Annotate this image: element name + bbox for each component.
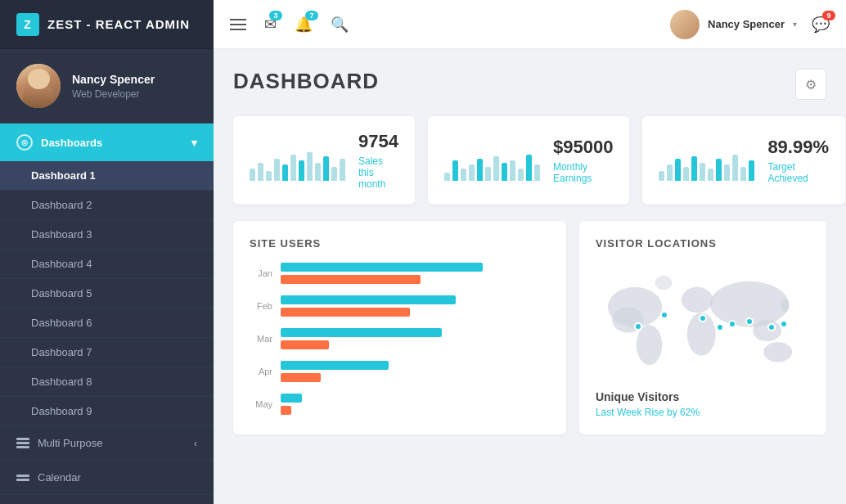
sidebar-logo: Z ZEST - REACT ADMIN xyxy=(0,0,214,49)
site-users-card: SITE USERS Jan Feb xyxy=(233,221,566,434)
sidebar-item-dashboard7[interactable]: Dashboard 7 xyxy=(0,338,214,367)
bar-row-apr: Apr xyxy=(250,361,550,382)
target-value: 89.99% xyxy=(767,137,829,158)
world-map xyxy=(596,263,810,377)
lower-section: SITE USERS Jan Feb xyxy=(233,221,826,434)
earnings-value: $95000 xyxy=(553,137,613,158)
search-button[interactable]: 🔍 xyxy=(331,16,349,34)
svg-point-6 xyxy=(753,320,781,341)
sidebar-user-profile: Nancy Spencer Web Developer xyxy=(0,49,214,124)
sidebar-user-name: Nancy Spencer xyxy=(72,73,155,86)
page-title: DASHBOARD xyxy=(233,69,379,94)
gear-icon: ⚙ xyxy=(805,77,817,92)
user-name-top: Nancy Spencer xyxy=(708,18,785,30)
nav-group-dashboards[interactable]: ◎ Dashboards ▾ xyxy=(0,124,214,161)
topbar: ✉ 3 🔔 7 🔍 Nancy Spencer ▾ 💬 9 xyxy=(214,0,846,49)
sidebar-item-dashboard2[interactable]: Dashboard 2 xyxy=(0,191,214,220)
sidebar-item-dashboard5[interactable]: Dashboard 5 xyxy=(0,279,214,308)
sales-value: 9754 xyxy=(358,131,398,152)
svg-point-7 xyxy=(763,342,792,362)
stat-card-sales: 9754 Sales this month xyxy=(233,116,415,205)
unique-visitors-sub: Last Week Rise by 62% xyxy=(596,407,810,418)
user-avatar-top xyxy=(670,10,700,39)
visitor-locations-card: VISITOR LOCATIONS xyxy=(579,221,826,434)
target-chart xyxy=(659,140,754,181)
stat-cards: 9754 Sales this month xyxy=(233,116,826,205)
earnings-chart xyxy=(444,140,540,181)
user-menu-chevron: ▾ xyxy=(793,20,797,29)
logo-icon: Z xyxy=(16,13,39,36)
visitor-locations-title: VISITOR LOCATIONS xyxy=(596,237,810,250)
nav-group-multipurpose-label: Multi Purpose xyxy=(38,437,102,449)
nav-group-calendar[interactable]: Calendar xyxy=(0,461,214,495)
svg-point-8 xyxy=(655,276,672,290)
chevron-left-icon: ‹ xyxy=(194,437,197,449)
multipurpose-icon xyxy=(16,438,29,448)
sales-label: Sales this month xyxy=(358,155,398,190)
hamburger-button[interactable] xyxy=(230,19,246,30)
notifications-button[interactable]: 🔔 7 xyxy=(295,16,313,34)
email-badge: 3 xyxy=(269,11,282,20)
visitor-dot-4 xyxy=(716,323,724,331)
stat-card-earnings: $95000 Monthly Earnings xyxy=(428,116,629,205)
visitor-dot-3 xyxy=(699,314,707,322)
avatar xyxy=(16,64,61,108)
bell-badge: 7 xyxy=(305,11,318,20)
nav-group-calendar-label: Calendar xyxy=(38,471,81,484)
visitor-dot-2 xyxy=(660,311,668,319)
user-menu-button[interactable]: Nancy Spencer ▾ xyxy=(670,10,797,39)
sidebar-item-dashboard3[interactable]: Dashboard 3 xyxy=(0,220,214,250)
target-label: Target Achieved xyxy=(767,161,829,184)
sidebar-item-dashboard8[interactable]: Dashboard 8 xyxy=(0,367,214,397)
sales-chart xyxy=(250,140,345,181)
page-content: DASHBOARD ⚙ xyxy=(214,49,846,504)
svg-point-2 xyxy=(637,325,662,365)
nav-group-dashboards-label: Dashboards xyxy=(41,137,102,149)
earnings-label: Monthly Earnings xyxy=(553,161,613,184)
bar-row-feb: Feb xyxy=(250,295,550,317)
bar-row-mar: Mar xyxy=(250,328,550,349)
email-button[interactable]: ✉ 3 xyxy=(264,16,277,34)
sidebar-item-dashboard4[interactable]: Dashboard 4 xyxy=(0,250,214,279)
site-users-chart: Jan Feb Mar xyxy=(250,263,550,415)
site-users-title: SITE USERS xyxy=(250,237,550,250)
sidebar-item-dashboard1[interactable]: Dashboard 1 xyxy=(0,161,214,191)
nav-group-multipurpose[interactable]: Multi Purpose ‹ xyxy=(0,426,214,461)
sidebar-user-role: Web Developer xyxy=(72,88,155,100)
visitor-dot-7 xyxy=(767,323,776,331)
svg-point-9 xyxy=(781,299,789,313)
page-header: DASHBOARD ⚙ xyxy=(233,69,826,100)
svg-point-3 xyxy=(682,287,713,313)
sidebar: Z ZEST - REACT ADMIN Nancy Spencer Web D… xyxy=(0,0,214,504)
stat-card-target: 89.99% Target Achieved xyxy=(642,116,845,205)
calendar-icon xyxy=(16,475,29,481)
unique-visitors-title: Unique Visitors xyxy=(596,390,810,403)
sidebar-item-dashboard9[interactable]: Dashboard 9 xyxy=(0,397,214,426)
visitor-info: Unique Visitors Last Week Rise by 62% xyxy=(596,390,810,418)
bar-row-jan: Jan xyxy=(250,263,550,284)
chat-button[interactable]: 💬 9 xyxy=(812,16,830,34)
main-content: ✉ 3 🔔 7 🔍 Nancy Spencer ▾ 💬 9 DASHBOARD xyxy=(214,0,846,504)
dashboards-icon: ◎ xyxy=(16,134,33,151)
chevron-down-icon: ▾ xyxy=(191,137,197,149)
chat-badge: 9 xyxy=(822,11,835,20)
sidebar-item-dashboard6[interactable]: Dashboard 6 xyxy=(0,308,214,338)
sidebar-logo-text: ZEST - REACT ADMIN xyxy=(47,17,190,31)
settings-button[interactable]: ⚙ xyxy=(795,69,826,100)
bar-row-may: May xyxy=(250,394,550,415)
visitor-dot-1 xyxy=(634,322,642,331)
sidebar-nav: ◎ Dashboards ▾ Dashboard 1 Dashboard 2 D… xyxy=(0,124,214,504)
